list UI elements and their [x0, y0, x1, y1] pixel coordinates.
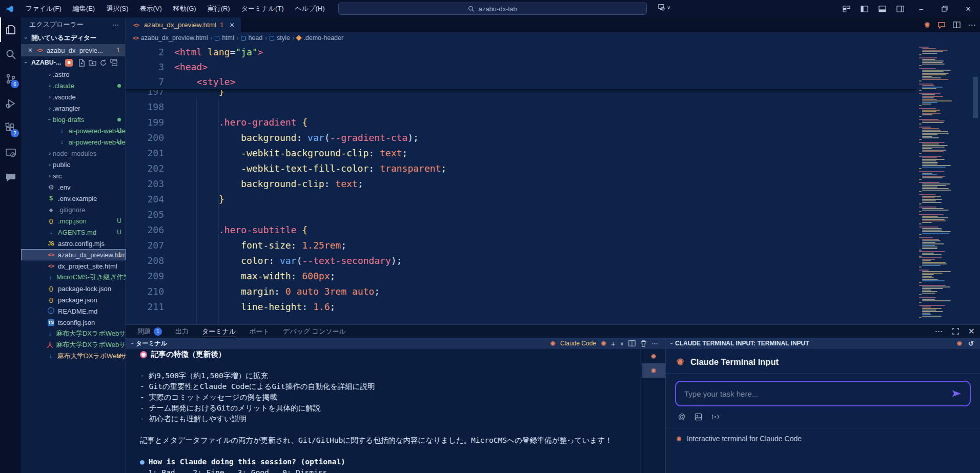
activity-search[interactable]	[0, 42, 21, 67]
tree-item[interactable]: ⓘREADME.md	[21, 305, 126, 317]
minimap[interactable]	[916, 44, 952, 324]
project-section-header[interactable]: › AZABU-... ✺	[21, 56, 125, 69]
voice-input-icon[interactable]	[711, 413, 719, 421]
open-editor-item[interactable]: ✕ <> azabu_dx_previe... 1	[21, 44, 125, 56]
tree-item[interactable]: ›.wrangler	[21, 102, 126, 114]
mention-icon[interactable]: @	[678, 413, 685, 421]
breadcrumb-item[interactable]: head	[248, 34, 262, 42]
tree-item[interactable]: ›.claude	[21, 80, 126, 91]
tab-close-icon[interactable]: ✕	[230, 22, 235, 29]
panel-more-icon[interactable]: ⋯	[935, 326, 943, 336]
restore-button[interactable]	[933, 0, 956, 17]
tree-item[interactable]: ›blog-drafts	[21, 114, 126, 125]
activity-source-control[interactable]: 6	[0, 67, 21, 91]
copilot-menu-button[interactable]: ∨	[657, 3, 670, 11]
editor-scrollbar[interactable]	[952, 44, 980, 324]
task-input-container[interactable]	[675, 381, 971, 406]
terminal-instance-claude-active[interactable]: ✺	[642, 363, 665, 378]
scrollbar-thumb[interactable]	[973, 77, 978, 118]
send-icon[interactable]	[952, 389, 962, 398]
split-editor-icon[interactable]	[953, 21, 961, 29]
image-attach-icon[interactable]	[695, 413, 702, 421]
toggle-sidebar-icon[interactable]	[861, 5, 868, 13]
claude-icon[interactable]: ✺	[924, 20, 930, 30]
terminal-more-icon[interactable]: ⋯	[651, 340, 658, 347]
activity-remote-explorer[interactable]	[0, 140, 21, 165]
activity-explorer[interactable]	[0, 17, 21, 42]
menu-item[interactable]: 選択(S)	[100, 0, 134, 17]
tree-item[interactable]: ›public	[21, 159, 126, 170]
terminal-section-header[interactable]: › ターミナル ✺ Claude Code ✺ + ∨ ⋯	[126, 338, 665, 349]
menu-item[interactable]: ヘルプ(H)	[290, 0, 331, 17]
tree-item[interactable]: ↓ai-powered-web-de...U	[21, 136, 126, 148]
terminal-dropdown-icon[interactable]: ∨	[620, 341, 624, 346]
new-file-icon[interactable]	[78, 59, 86, 67]
claude-panel-header[interactable]: › CLAUDE TERMINAL INPUT: TERMINAL INPUT …	[666, 338, 980, 349]
toggle-secondary-sidebar-icon[interactable]	[896, 5, 904, 13]
panel-tab-ターミナル[interactable]: ターミナル	[195, 325, 242, 338]
tab-azabu-dx-preview[interactable]: <> azabu_dx_preview.html 1 ✕	[126, 17, 241, 32]
tree-item[interactable]: TStsconfig.json	[21, 317, 126, 328]
breadcrumb-item[interactable]: html	[222, 34, 234, 42]
breadcrumb-item[interactable]: .demo-header	[303, 34, 343, 42]
tree-item[interactable]: <>azabu_dx_preview.html1	[21, 249, 126, 260]
toggle-panel-icon[interactable]	[879, 5, 886, 13]
tree-item[interactable]: {}package-lock.json	[21, 283, 126, 294]
breadcrumb-item[interactable]: style	[277, 34, 290, 42]
collapse-folders-icon[interactable]	[110, 59, 118, 67]
new-terminal-icon[interactable]: +	[611, 339, 616, 348]
tree-item[interactable]: ↓麻布大学DXラボWebサイト-...	[21, 328, 126, 339]
menu-item[interactable]: 移動(G)	[168, 0, 202, 17]
terminal-output[interactable]: 記事の特徴（更新後）- 約9,500字（約1,500字増）に拡充- Gitの重要…	[126, 349, 642, 473]
tree-item[interactable]: ›.vscode	[21, 91, 126, 102]
panel-tab-デバッグ コンソール[interactable]: デバッグ コンソール	[276, 325, 353, 338]
more-actions-icon[interactable]: ⋯	[968, 20, 976, 30]
reload-panel-icon[interactable]: ↺	[968, 340, 974, 347]
sidebar-more-actions-icon[interactable]: ⋯	[112, 21, 119, 29]
tree-item[interactable]: ↓ai-powered-web-de...U	[21, 125, 126, 136]
task-input[interactable]	[684, 389, 952, 398]
code-editor[interactable]: 197 }198199 .hero-gradient {200 backgrou…	[126, 44, 916, 324]
customize-layout-icon[interactable]	[843, 5, 850, 13]
activity-extensions[interactable]: 2	[0, 116, 21, 140]
breadcrumb-item[interactable]: azabu_dx_preview.html	[141, 34, 208, 42]
tree-item[interactable]: ⚙.env	[21, 181, 126, 193]
split-terminal-icon[interactable]	[628, 340, 636, 347]
activity-run-debug[interactable]	[0, 91, 21, 116]
tree-item[interactable]: ◆.gitignore	[21, 204, 126, 215]
tree-item[interactable]: $.env.example	[21, 193, 126, 204]
tree-item[interactable]: ›node_modules	[21, 148, 126, 159]
panel-tab-問題[interactable]: 問題1	[131, 325, 169, 338]
tree-item[interactable]: 人麻布大学DXラボWebサイト-...	[21, 339, 126, 351]
terminal-instance-claude[interactable]: ✺	[642, 349, 665, 363]
chat-bubble-icon[interactable]	[937, 21, 946, 29]
tree-item[interactable]: ›src	[21, 170, 126, 181]
tree-item[interactable]: JSastro.config.mjs	[21, 238, 126, 249]
menu-item[interactable]: 表示(V)	[134, 0, 168, 17]
menu-item[interactable]: 編集(E)	[67, 0, 100, 17]
tree-item[interactable]: ↓AGENTS.mdU	[21, 227, 126, 238]
panel-tab-ポート[interactable]: ポート	[242, 325, 276, 338]
tree-item[interactable]: ↓MicroCMS-引き継ぎ作業.md	[21, 272, 126, 283]
minimap-line	[919, 142, 945, 143]
panel-maximize-icon[interactable]	[952, 328, 959, 335]
open-editors-section[interactable]: › 開いているエディター	[21, 32, 125, 44]
close-icon[interactable]: ✕	[28, 47, 33, 54]
tree-item[interactable]: {}package.json	[21, 294, 126, 305]
menu-item[interactable]: ターミナル(T)	[236, 0, 290, 17]
tree-item[interactable]: <>dx_project_site.html	[21, 260, 126, 272]
menu-item[interactable]: 実行(R)	[202, 0, 236, 17]
tree-item[interactable]: {}.mcp.jsonU	[21, 215, 126, 227]
close-window-button[interactable]: ✕	[956, 0, 980, 17]
menu-item[interactable]: ファイル(F)	[20, 0, 67, 17]
command-center-search[interactable]: azabu-dx-lab	[338, 3, 647, 15]
kill-terminal-icon[interactable]	[640, 340, 647, 347]
tree-item[interactable]: ›.astro	[21, 69, 126, 80]
tree-item[interactable]: ↓麻布大学DXラボWebサ...M	[21, 351, 126, 362]
refresh-icon[interactable]	[99, 59, 107, 67]
activity-chat[interactable]	[0, 165, 21, 190]
new-folder-icon[interactable]	[89, 59, 96, 67]
panel-close-icon[interactable]: ✕	[968, 326, 975, 336]
panel-tab-出力[interactable]: 出力	[169, 325, 195, 338]
minimize-button[interactable]: –	[909, 0, 933, 17]
